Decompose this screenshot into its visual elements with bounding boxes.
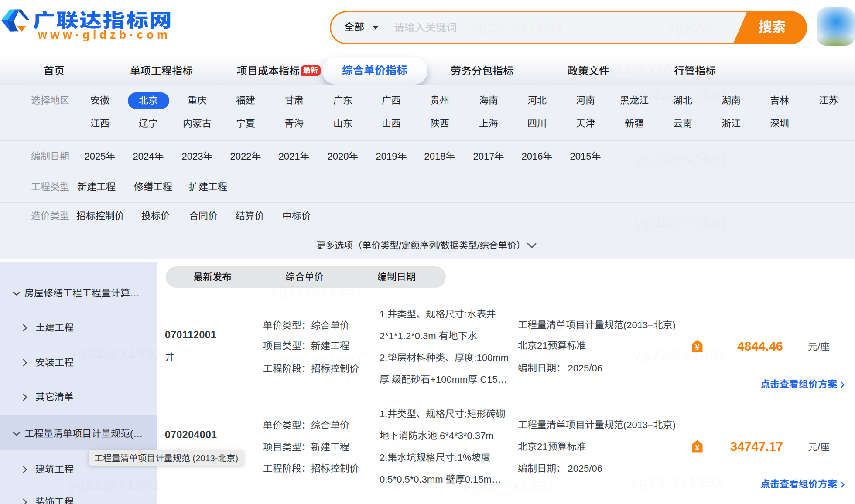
svg-text:¥: ¥ (695, 443, 699, 452)
